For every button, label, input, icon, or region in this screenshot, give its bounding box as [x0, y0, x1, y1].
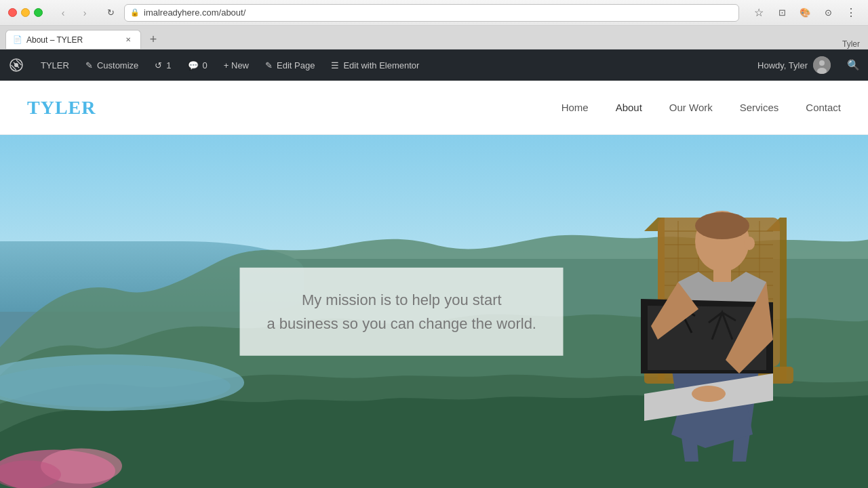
wp-admin-right: Howdy, Tyler 🔍 [749, 49, 868, 81]
person-laptop-svg [604, 177, 834, 488]
back-button[interactable]: ‹ [54, 5, 73, 21]
howdy-text: Howdy, Tyler [757, 60, 808, 70]
browser-menu-button[interactable]: ⋮ [842, 4, 860, 22]
tab-favicon: 📄 [13, 35, 22, 44]
hero-tagline: My mission is to help you start a busine… [267, 288, 536, 336]
nav-buttons: ‹ › [54, 5, 94, 21]
svg-rect-30 [713, 265, 731, 282]
traffic-lights [8, 8, 43, 17]
nav-services[interactable]: Services [740, 102, 779, 113]
site-header: TYLER Home About Our Work Services Conta… [0, 81, 868, 135]
browser-icon-2[interactable]: 🎨 [796, 4, 814, 22]
revisions-icon: ↺ [155, 60, 162, 70]
revisions-count: 1 [166, 60, 171, 70]
hero-text-box: My mission is to help you start a busine… [240, 268, 564, 356]
hero-person [604, 177, 834, 488]
edit-page-button[interactable]: ✎ Edit Page [257, 49, 323, 81]
customize-icon: ✎ [85, 60, 93, 70]
comments-count: 0 [203, 60, 208, 70]
edit-page-label: Edit Page [277, 60, 315, 70]
toolbar-right: ☆ ⊡ 🎨 ⊙ ⋮ [750, 4, 860, 22]
close-window-button[interactable] [8, 8, 17, 17]
svg-point-3 [819, 60, 825, 66]
window-user: Tyler [842, 39, 863, 49]
new-tab-button[interactable]: + [144, 30, 163, 49]
browser-icon-3[interactable]: ⊙ [819, 4, 837, 22]
nav-about[interactable]: About [616, 102, 642, 113]
title-bar: ‹ › ↻ 🔒 imalreadyhere.com/about/ ☆ ⊡ 🎨 ⊙… [0, 0, 868, 26]
site-name-button[interactable]: TYLER [33, 49, 77, 81]
elementor-label: Edit with Elementor [343, 60, 419, 70]
hero-line2: a business so you can change the world. [267, 315, 536, 332]
edit-page-icon: ✎ [265, 60, 273, 70]
wp-logo-button[interactable] [0, 49, 33, 81]
svg-point-31 [692, 386, 726, 402]
tab-bar: 📄 About – TYLER ✕ + Tyler [0, 26, 868, 49]
refresh-button[interactable]: ↻ [102, 5, 119, 21]
search-icon: 🔍 [847, 59, 860, 71]
new-content-button[interactable]: + New [216, 49, 257, 81]
revisions-button[interactable]: ↺ 1 [146, 49, 179, 81]
tab-title: About – TYLER [26, 35, 119, 45]
search-button[interactable]: 🔍 [839, 49, 868, 81]
mac-chrome: ‹ › ↻ 🔒 imalreadyhere.com/about/ ☆ ⊡ 🎨 ⊙… [0, 0, 868, 49]
lock-icon: 🔒 [130, 8, 140, 17]
tab-close-button[interactable]: ✕ [123, 35, 134, 45]
minimize-window-button[interactable] [21, 8, 30, 17]
comments-button[interactable]: 💬 0 [180, 49, 216, 81]
site-name-text: TYLER [41, 60, 69, 70]
forward-button[interactable]: › [75, 5, 94, 21]
maximize-window-button[interactable] [34, 8, 43, 17]
user-profile-button[interactable]: Howdy, Tyler [749, 49, 839, 81]
edit-elementor-button[interactable]: ☰ Edit with Elementor [323, 49, 427, 81]
comments-icon: 💬 [188, 60, 199, 70]
elementor-icon: ☰ [331, 60, 339, 70]
active-tab[interactable]: 📄 About – TYLER ✕ [5, 30, 141, 49]
site-logo[interactable]: TYLER [27, 97, 96, 119]
bookmark-button[interactable]: ☆ [750, 4, 768, 22]
url-text: imalreadyhere.com/about/ [144, 7, 733, 18]
new-content-label: + New [224, 60, 249, 70]
svg-point-1 [14, 63, 18, 67]
svg-point-28 [695, 212, 749, 239]
user-avatar [813, 56, 831, 74]
nav-home[interactable]: Home [561, 102, 589, 113]
avatar-image [813, 56, 831, 74]
hero-section: My mission is to help you start a busine… [0, 135, 868, 488]
browser-icon-1[interactable]: ⊡ [773, 4, 791, 22]
hero-line1: My mission is to help you start [302, 291, 502, 308]
nav-contact[interactable]: Contact [806, 102, 841, 113]
wp-admin-bar: TYLER ✎ Customize ↺ 1 💬 0 + New ✎ Edit P… [0, 49, 868, 81]
customize-label: Customize [97, 60, 138, 70]
nav-our-work[interactable]: Our Work [669, 102, 713, 113]
customize-button[interactable]: ✎ Customize [77, 49, 146, 81]
svg-point-29 [744, 237, 755, 250]
site-nav: Home About Our Work Services Contact [561, 102, 841, 113]
wordpress-icon [9, 58, 23, 72]
address-bar[interactable]: 🔒 imalreadyhere.com/about/ [124, 4, 739, 22]
